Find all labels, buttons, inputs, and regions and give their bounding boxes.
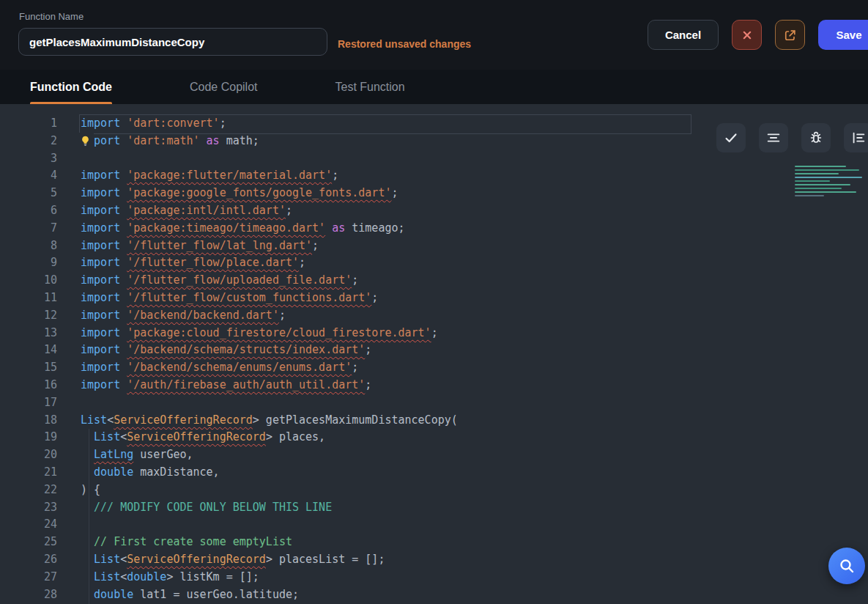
code-line[interactable]: import '/flutter_flow/lat_lng.dart';: [81, 237, 868, 255]
format-list-button[interactable]: [844, 123, 868, 152]
line-number: 16: [0, 377, 57, 394]
line-number: 5: [0, 185, 57, 202]
line-number: 25: [0, 534, 57, 551]
line-number: 10: [0, 272, 57, 290]
code-line[interactable]: ) {: [81, 482, 868, 499]
cancel-button[interactable]: Cancel: [648, 20, 719, 50]
function-name-label: Function Name: [19, 11, 84, 22]
bug-icon: [808, 130, 824, 146]
line-number: 24: [0, 516, 57, 534]
tab-test-function[interactable]: Test Function: [335, 70, 404, 104]
code-line[interactable]: import 'package:timeago/timeago.dart' as…: [81, 220, 868, 237]
search-icon: [838, 557, 856, 575]
line-number: 13: [0, 325, 57, 342]
code-line[interactable]: import 'package:cloud_firestore/cloud_fi…: [81, 325, 868, 342]
line-number: 14: [0, 342, 57, 359]
line-number: 15: [0, 359, 57, 377]
code-line[interactable]: [81, 150, 868, 168]
search-fab-button[interactable]: [828, 548, 865, 584]
line-number: 11: [0, 290, 57, 307]
quick-fix-lightbulb[interactable]: [76, 133, 94, 148]
line-number: 28: [0, 586, 57, 604]
line-number: 3: [0, 150, 57, 168]
minimap-line: [795, 166, 846, 167]
line-number: 7: [0, 220, 57, 237]
code-line[interactable]: double lat1 = userGeo.latitude;: [81, 586, 868, 604]
code-line[interactable]: LatLng userGeo,: [81, 446, 868, 464]
minimap-line: [795, 169, 859, 171]
code-line[interactable]: [81, 516, 868, 534]
unsaved-changes-status: Restored unsaved changes: [338, 38, 471, 50]
line-number: 23: [0, 499, 57, 517]
line-number: 1: [0, 115, 57, 133]
minimap-line: [795, 184, 850, 185]
format-code-button[interactable]: [759, 123, 788, 152]
tab-code-copilot[interactable]: Code Copilot: [190, 70, 258, 104]
minimap-line: [795, 177, 862, 178]
save-button[interactable]: Save: [818, 20, 868, 50]
line-number: 2: [0, 133, 57, 150]
tab-function-code[interactable]: Function Code: [30, 70, 112, 104]
close-icon: [740, 28, 754, 43]
open-external-button[interactable]: [775, 20, 805, 50]
line-number: 20: [0, 446, 57, 464]
line-number: 21: [0, 464, 57, 482]
line-number: 17: [0, 394, 57, 412]
line-number: 9: [0, 254, 57, 272]
line-number: 4: [0, 167, 57, 185]
external-link-icon: [783, 28, 798, 43]
line-number: 27: [0, 569, 57, 586]
line-number: 26: [0, 551, 57, 569]
line-number: 6: [0, 202, 57, 220]
header-bar: Function Name Restored unsaved changes C…: [0, 0, 868, 70]
code-line[interactable]: [81, 394, 868, 412]
accept-code-button[interactable]: [716, 123, 746, 152]
check-icon: [723, 130, 739, 146]
close-button[interactable]: [732, 20, 762, 50]
line-number: 22: [0, 482, 57, 499]
format-list-icon: [850, 130, 867, 146]
code-line[interactable]: List<ServiceOfferingRecord> placesList =…: [81, 551, 868, 569]
code-line[interactable]: import 'dart:convert';: [81, 115, 868, 133]
minimap-line: [795, 191, 856, 193]
tab-bar: Function Code Code Copilot Test Function: [0, 70, 868, 105]
code-line[interactable]: List<double> listKm = [];: [81, 569, 868, 586]
code-editor: 1234567891011121314151617181920212223242…: [0, 104, 868, 604]
align-center-icon: [765, 130, 782, 146]
debug-button[interactable]: [801, 123, 831, 152]
line-number: 12: [0, 307, 57, 325]
code-line[interactable]: import 'dart:math' as math;: [81, 133, 868, 150]
minimap-line: [795, 173, 839, 174]
minimap-line: [795, 195, 824, 196]
code-line[interactable]: import 'package:flutter/material.dart';: [81, 167, 868, 185]
line-number: 19: [0, 429, 57, 446]
line-number: 18: [0, 412, 57, 430]
code-line[interactable]: import '/backend/backend.dart';: [81, 307, 868, 325]
minimap[interactable]: [795, 166, 865, 201]
code-line[interactable]: double maxDistance,: [81, 464, 868, 482]
code-line[interactable]: List<ServiceOfferingRecord> getPlacesMax…: [81, 412, 868, 430]
code-line[interactable]: /// MODIFY CODE ONLY BELOW THIS LINE: [81, 499, 868, 517]
function-name-input[interactable]: [18, 28, 327, 56]
line-number-gutter: 1234567891011121314151617181920212223242…: [0, 115, 57, 603]
code-line[interactable]: import '/flutter_flow/uploaded_file.dart…: [81, 272, 868, 290]
code-line[interactable]: import '/backend/schema/enums/enums.dart…: [81, 359, 868, 377]
code-line[interactable]: List<ServiceOfferingRecord> places,: [81, 429, 868, 446]
code-line[interactable]: // First create some emptyList: [81, 534, 868, 551]
code-line[interactable]: import 'package:google_fonts/google_font…: [81, 185, 868, 202]
code-line[interactable]: import '/auth/firebase_auth/auth_util.da…: [81, 377, 868, 394]
code-line[interactable]: import '/backend/schema/structs/index.da…: [81, 342, 868, 359]
code-line[interactable]: import '/flutter_flow/place.dart';: [81, 254, 868, 272]
lightbulb-icon: [80, 135, 91, 147]
minimap-line: [795, 180, 830, 182]
code-line[interactable]: import 'package:intl/intl.dart';: [81, 202, 868, 220]
minimap-line: [795, 188, 842, 189]
code-line[interactable]: import '/flutter_flow/custom_functions.d…: [81, 290, 868, 307]
line-number: 8: [0, 237, 57, 255]
code-lines[interactable]: import 'dart:convert';import 'dart:math'…: [81, 115, 868, 603]
